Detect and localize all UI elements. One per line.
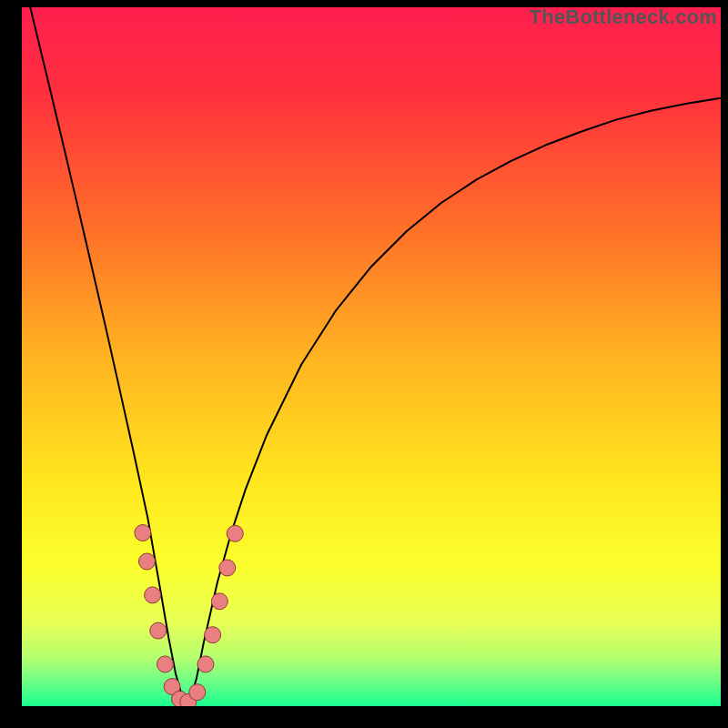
chart-svg — [22, 7, 721, 706]
highlight-marker — [138, 553, 155, 570]
highlight-marker — [227, 525, 243, 541]
outer-frame: TheBottleneck.com — [0, 0, 728, 728]
highlight-marker — [157, 656, 173, 672]
highlight-marker — [150, 622, 167, 639]
highlight-marker — [145, 587, 161, 603]
plot-area — [22, 7, 721, 706]
highlight-marker — [135, 525, 151, 541]
highlight-marker — [211, 593, 228, 610]
highlight-marker — [197, 656, 214, 672]
highlight-marker — [189, 684, 206, 701]
highlight-marker — [219, 560, 236, 576]
gradient-background — [22, 7, 721, 706]
highlight-marker — [205, 627, 221, 643]
watermark-text: TheBottleneck.com — [530, 5, 717, 29]
